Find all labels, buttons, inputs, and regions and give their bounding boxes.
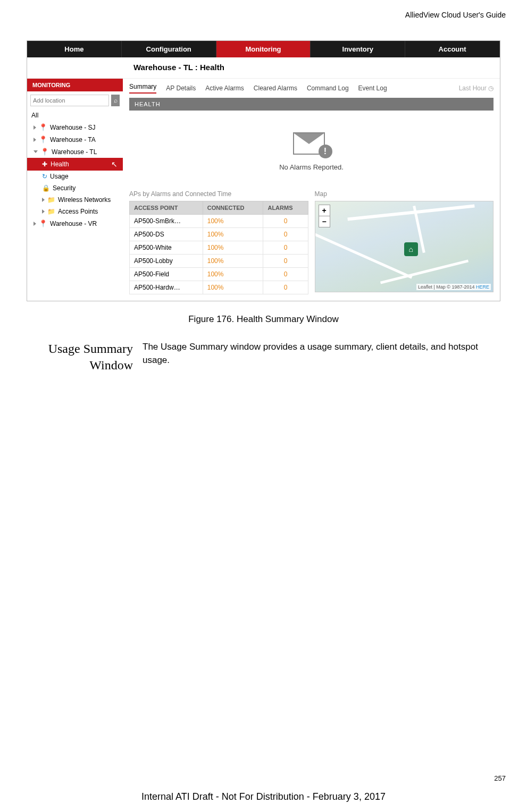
search-icon: ⌕ — [114, 97, 118, 104]
tree-wireless[interactable]: 📁Wireless Networks — [27, 194, 123, 206]
pin-icon: 📍 — [39, 219, 47, 227]
tree-warehouse-vr[interactable]: 📍Warehouse - VR — [27, 217, 123, 230]
zoom-out-button[interactable]: − — [319, 216, 330, 227]
ap-alarms: 0 — [263, 255, 308, 268]
map-attr-link[interactable]: HERE — [476, 284, 489, 290]
health-icon: ✚ — [42, 160, 47, 168]
tree-usage[interactable]: ↻Usage — [27, 171, 123, 182]
ap-connected: 100% — [203, 228, 263, 241]
ap-name: AP500-Field — [130, 268, 203, 281]
tree-label: Wireless Networks — [58, 196, 111, 204]
cursor-icon: ↖ — [111, 160, 118, 168]
ap-connected: 100% — [203, 268, 263, 281]
map-marker-icon[interactable]: ⌂ — [404, 242, 418, 256]
tab-ap-details[interactable]: AP Details — [166, 84, 196, 92]
screenshot-frame: Home Configuration Monitoring Inventory … — [27, 40, 500, 301]
usage-icon: ↻ — [42, 173, 47, 180]
map-road — [380, 260, 468, 284]
tree-label: Warehouse - TA — [50, 136, 96, 143]
caret-icon — [34, 125, 36, 130]
nav-inventory[interactable]: Inventory — [311, 41, 405, 57]
tab-command-log[interactable]: Command Log — [307, 84, 349, 92]
ap-alarms: 0 — [263, 281, 308, 294]
tree-health[interactable]: ✚Health↖ — [27, 158, 123, 171]
ap-connected: 100% — [203, 281, 263, 294]
map-panel: Map + − ⌂ Leaflet | Map © 1987-2014 H — [315, 187, 494, 294]
sidebar-title: MONITORING — [27, 79, 123, 91]
figure-caption: Figure 176. Health Summary Window — [21, 314, 506, 325]
tab-cleared-alarms[interactable]: Cleared Alarms — [254, 84, 297, 92]
tree-label: Health — [51, 160, 69, 168]
footer-draft: Internal ATI Draft - Not For Distributio… — [0, 791, 527, 802]
table-row[interactable]: AP500-Field100%0 — [130, 268, 308, 281]
main-panel: Summary AP Details Active Alarms Cleared… — [123, 79, 500, 301]
caret-icon — [34, 222, 36, 226]
tab-event-log[interactable]: Event Log — [358, 84, 387, 92]
tree-label: Access Points — [58, 208, 98, 215]
clock-icon: ◷ — [488, 84, 493, 92]
folder-icon: 📁 — [47, 208, 55, 215]
search-input[interactable] — [30, 95, 109, 106]
map-zoom: + − — [319, 205, 330, 227]
time-range-label: Last Hour — [459, 84, 487, 92]
nav-configuration[interactable]: Configuration — [122, 41, 216, 57]
map[interactable]: + − ⌂ Leaflet | Map © 1987-2014 HERE — [315, 201, 494, 292]
tab-active-alarms[interactable]: Active Alarms — [205, 84, 244, 92]
tree-security[interactable]: 🔒Security — [27, 182, 123, 194]
ap-alarms: 0 — [263, 228, 308, 241]
tree-warehouse-tl[interactable]: 📍Warehouse - TL — [27, 146, 123, 158]
tree-all[interactable]: All — [27, 109, 123, 121]
no-alarms-panel: ! No Alarms Reported. — [129, 111, 493, 187]
ap-name: AP500-Lobby — [130, 255, 203, 268]
zoom-in-button[interactable]: + — [319, 205, 330, 216]
table-row[interactable]: AP500-Hardw…100%0 — [130, 281, 308, 294]
col-connected[interactable]: CONNECTED — [203, 201, 263, 215]
ap-connected: 100% — [203, 255, 263, 268]
tree-label: Warehouse - SJ — [50, 124, 96, 131]
tree-label: Security — [53, 184, 76, 192]
ap-name: AP500-DS — [130, 228, 203, 241]
all-label: All — [31, 112, 38, 119]
tree-label: Warehouse - TL — [52, 148, 97, 156]
lock-icon: 🔒 — [42, 184, 50, 192]
caret-down-icon — [34, 150, 38, 153]
nav-account[interactable]: Account — [405, 41, 500, 57]
aps-title: APs by Alarms and Connected Time — [129, 190, 308, 198]
ap-alarms: 0 — [263, 241, 308, 255]
top-nav: Home Configuration Monitoring Inventory … — [27, 41, 500, 57]
panel-header: HEALTH — [129, 98, 493, 111]
pin-icon: 📍 — [40, 148, 49, 156]
ap-alarms: 0 — [263, 215, 308, 228]
table-row[interactable]: AP500-Lobby100%0 — [130, 255, 308, 268]
tree-access-points[interactable]: 📁Access Points — [27, 206, 123, 217]
nav-monitoring[interactable]: Monitoring — [216, 41, 311, 57]
tree-label: Usage — [50, 173, 69, 180]
table-row[interactable]: AP500-DS100%0 — [130, 228, 308, 241]
folder-icon: 📁 — [47, 196, 55, 204]
table-row[interactable]: AP500-White100%0 — [130, 241, 308, 255]
tree-warehouse-sj[interactable]: 📍Warehouse - SJ — [27, 121, 123, 133]
section-heading: Usage Summary Window — [21, 341, 133, 374]
col-access-point[interactable]: ACCESS POINT — [130, 201, 203, 215]
doc-header: AlliedView Cloud User's Guide — [21, 11, 506, 19]
pin-icon: 📍 — [39, 136, 47, 143]
map-title: Map — [315, 190, 494, 198]
tab-summary[interactable]: Summary — [129, 83, 156, 94]
aps-panel: APs by Alarms and Connected Time ACCESS … — [129, 187, 308, 294]
tree-label: Warehouse - VR — [50, 220, 97, 227]
search-button[interactable]: ⌕ — [111, 95, 120, 106]
col-alarms[interactable]: ALARMS — [263, 201, 308, 215]
ap-name: AP500-SmBrk… — [130, 215, 203, 228]
table-row[interactable]: AP500-SmBrk…100%0 — [130, 215, 308, 228]
map-attribution: Leaflet | Map © 1987-2014 HERE — [416, 284, 491, 290]
page-number: 257 — [494, 774, 506, 782]
time-range-selector[interactable]: Last Hour ◷ — [459, 84, 493, 92]
ap-table: ACCESS POINT CONNECTED ALARMS AP500-SmBr… — [129, 201, 308, 294]
nav-home[interactable]: Home — [27, 41, 122, 57]
tree-warehouse-ta[interactable]: 📍Warehouse - TA — [27, 133, 123, 146]
map-road — [315, 233, 412, 279]
envelope-alert-icon: ! — [293, 130, 330, 156]
pin-icon: 📍 — [39, 123, 47, 131]
sidebar: MONITORING ⌕ All 📍Warehouse - SJ 📍Wareho… — [27, 79, 123, 301]
map-road — [347, 204, 474, 221]
